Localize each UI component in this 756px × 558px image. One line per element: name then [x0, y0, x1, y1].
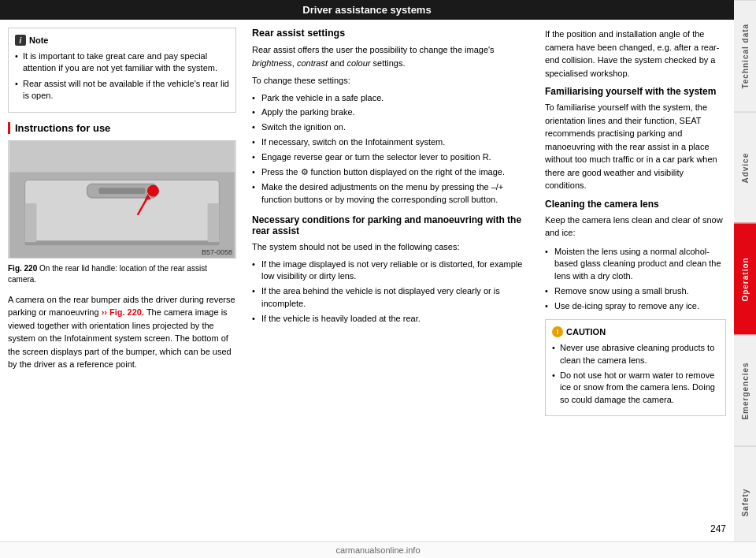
figure-label: Fig. 220	[8, 264, 37, 273]
tab-safety[interactable]: Safety	[734, 446, 756, 558]
content-area: i Note It is important to take great car…	[0, 20, 734, 558]
step-5: Engage reverse gear or turn the selector…	[252, 151, 529, 164]
colour-text: colour	[347, 58, 371, 68]
note-item-1: It is important to take great care and p…	[15, 50, 229, 75]
step-4: If necessary, switch on the Infotainment…	[252, 136, 529, 149]
svg-rect-8	[25, 240, 220, 245]
page-wrapper: Driver assistance systems i Note It is i…	[0, 0, 756, 558]
figure-caption: Fig. 220 On the rear lid handle: locatio…	[8, 263, 236, 285]
step-7: Make the desired adjustments on the menu…	[252, 181, 529, 206]
camera-image-inner: B57-0058	[9, 141, 235, 258]
right-column: If the position and installation angle o…	[545, 28, 726, 550]
note-item-2: Rear assist will not be available if the…	[15, 78, 229, 102]
tab-emergencies[interactable]: Emergencies	[734, 335, 756, 447]
instructions-section-title: Instructions for use	[8, 122, 236, 134]
note-box: i Note It is important to take great car…	[8, 28, 236, 113]
necessary-item-3: If the vehicle is heavily loaded at the …	[252, 313, 529, 326]
necessary-title: Necessary conditions for parking and man…	[252, 214, 529, 236]
cleaning-intro: Keep the camera lens clean and clear of …	[545, 214, 726, 240]
step-1: Park the vehicle in a safe place.	[252, 92, 529, 105]
caution-list: Never use abrasive cleaning products to …	[552, 342, 719, 406]
necessary-item-1: If the image displayed is not very relia…	[252, 259, 529, 284]
caution-item-1: Never use abrasive cleaning products to …	[552, 342, 719, 366]
caution-icon: !	[552, 326, 563, 337]
caution-label: CAUTION	[566, 327, 606, 337]
body-paragraph-1: A camera on the rear bumper aids the dri…	[8, 293, 236, 371]
necessary-list: If the image displayed is not very relia…	[252, 259, 529, 326]
tab-advice[interactable]: Advice	[734, 112, 756, 224]
cleaning-item-1: Moisten the lens using a normal alcohol-…	[545, 246, 726, 284]
step-2: Apply the parking brake.	[252, 106, 529, 119]
familiarise-title: Familiarising yourself with the system	[545, 86, 726, 97]
necessary-item-2: If the area behind the vehicle is not di…	[252, 285, 529, 311]
svg-rect-10	[208, 203, 220, 241]
svg-point-5	[148, 185, 159, 196]
tab-technical-data[interactable]: Technical data	[734, 0, 756, 112]
header-bar: Driver assistance systems	[0, 0, 734, 20]
note-header: i Note	[15, 35, 229, 46]
cleaning-title: Cleaning the camera lens	[545, 199, 726, 210]
step-3: Switch the ignition on.	[252, 121, 529, 134]
figure-caption-text: On the rear lid handle: location of the …	[8, 264, 207, 284]
fig-ref-bold: ›› Fig. 220.	[102, 307, 144, 317]
intro-text: If the position and installation angle o…	[545, 28, 726, 80]
watermark: carmanualsonline.info	[0, 541, 756, 558]
note-list: It is important to take great care and p…	[15, 50, 229, 102]
main-content: Driver assistance systems i Note It is i…	[0, 0, 734, 558]
steps-list: Park the vehicle in a safe place. Apply …	[252, 92, 529, 207]
step-6: Press the ⚙ function button displayed on…	[252, 166, 529, 179]
camera-image-box: B57-0058	[8, 140, 236, 259]
caution-header: ! CAUTION	[552, 326, 719, 337]
car-lid-illustration	[9, 141, 235, 258]
right-sidebar: Technical data Advice Operation Emergenc…	[734, 0, 756, 558]
note-label: Note	[29, 35, 48, 45]
note-icon: i	[15, 35, 26, 46]
caution-item-2: Do not use hot or warm water to remove i…	[552, 370, 719, 406]
brightness-text: brightness	[252, 58, 292, 68]
left-column: i Note It is important to take great car…	[8, 28, 236, 550]
tab-operation[interactable]: Operation	[734, 223, 756, 335]
header-title: Driver assistance systems	[302, 4, 431, 16]
necessary-intro: The system should not be used in the fol…	[252, 240, 529, 254]
cleaning-list: Moisten the lens using a normal alcohol-…	[545, 246, 726, 314]
image-code: B57-0058	[202, 248, 232, 256]
page-number: 247	[710, 523, 726, 534]
svg-rect-9	[25, 203, 37, 241]
middle-column: Rear assist settings Rear assist offers …	[244, 28, 537, 550]
caution-box: ! CAUTION Never use abrasive cleaning pr…	[545, 319, 726, 416]
contrast-text: contrast	[297, 58, 328, 68]
cleaning-item-3: Use de-icing spray to remove any ice.	[545, 300, 726, 313]
cleaning-item-2: Remove snow using a small brush.	[545, 285, 726, 298]
svg-rect-4	[98, 188, 145, 194]
rear-assist-intro: Rear assist offers the user the possibil…	[252, 43, 529, 69]
familiarise-text: To familiarise yourself with the system,…	[545, 101, 726, 192]
rear-assist-heading: Rear assist settings	[252, 28, 529, 39]
to-change-label: To change these settings:	[252, 74, 529, 87]
